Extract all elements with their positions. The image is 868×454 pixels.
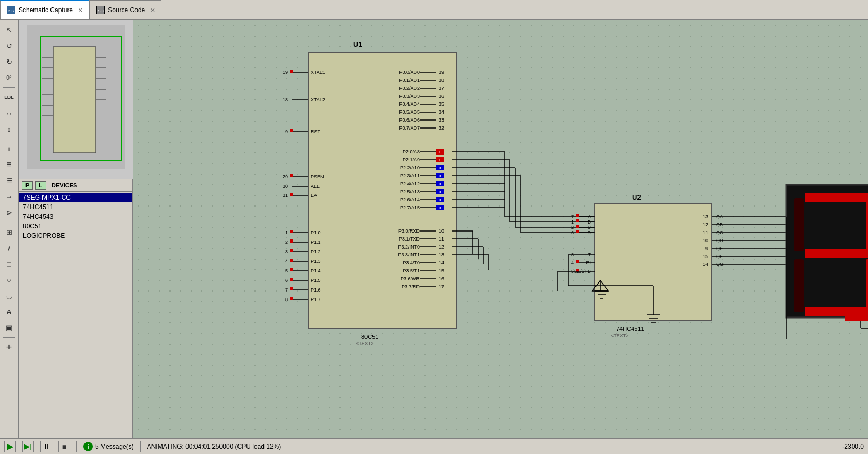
tab-source-close[interactable]: × xyxy=(150,6,155,14)
svg-rect-27 xyxy=(290,174,293,177)
svg-text:17: 17 xyxy=(439,284,444,289)
svg-text:27: 27 xyxy=(439,197,444,202)
svg-text:P2.4/A12: P2.4/A12 xyxy=(400,181,420,186)
step-button[interactable]: ▶| xyxy=(22,441,34,452)
svg-text:P2.6/A14: P2.6/A14 xyxy=(400,197,420,202)
svg-rect-182 xyxy=(595,203,712,320)
svg-rect-110 xyxy=(436,181,444,186)
svg-rect-118 xyxy=(436,197,444,202)
svg-text:QD: QD xyxy=(716,238,724,243)
rectangle-tool[interactable]: □ xyxy=(2,256,16,271)
mirror-h-tool[interactable]: ↔ xyxy=(2,106,16,121)
svg-text:37: 37 xyxy=(439,85,444,91)
svg-text:P2.2/A10: P2.2/A10 xyxy=(400,165,420,170)
svg-rect-186 xyxy=(576,214,579,217)
redo-tool[interactable]: ↺ xyxy=(2,54,16,69)
rotate-tool[interactable]: 0° xyxy=(2,70,16,85)
svg-text:12: 12 xyxy=(703,222,708,227)
svg-text:24: 24 xyxy=(439,173,444,178)
svg-text:EA: EA xyxy=(311,193,317,198)
svg-rect-243 xyxy=(805,307,868,316)
device-item-4[interactable]: LOGICPROBE xyxy=(19,231,132,241)
svg-text:P2.1/A9: P2.1/A9 xyxy=(403,157,420,162)
svg-text:0: 0 xyxy=(439,198,441,202)
tab-schematic[interactable]: SS Schematic Capture × xyxy=(0,0,89,19)
l-button[interactable]: L xyxy=(35,181,46,190)
tab-source[interactable]: SC Source Code × xyxy=(89,0,161,19)
svg-rect-98 xyxy=(436,157,444,162)
svg-rect-106 xyxy=(436,173,444,178)
svg-rect-238 xyxy=(786,185,868,318)
svg-text:13: 13 xyxy=(703,214,708,219)
circle-tool[interactable]: ○ xyxy=(2,272,16,287)
svg-text:35: 35 xyxy=(439,101,444,107)
svg-text:39: 39 xyxy=(439,70,444,75)
svg-text:P3.5/T1: P3.5/T1 xyxy=(403,268,420,273)
status-sep1 xyxy=(76,441,77,452)
svg-text:P1.0: P1.0 xyxy=(311,230,321,235)
schematic-area[interactable]: U1 80C51 <TEXT> 19 XTAL1 18 XTAL2 9 RST … xyxy=(133,20,868,438)
component-tool[interactable]: ⊞ xyxy=(2,225,16,239)
svg-text:P1.1: P1.1 xyxy=(311,239,321,245)
main-area: ↖ ↺ ↺ 0° LBL ↔ ↕ + ≡ ≡ → ⊳ ⊞ / □ ○ ◡ A ▣… xyxy=(0,20,868,438)
add-tool[interactable]: + xyxy=(2,340,16,355)
bus-tool[interactable]: ≡ xyxy=(2,173,16,188)
draw-line-tool[interactable]: / xyxy=(2,241,16,255)
svg-text:P2.7/A15: P2.7/A15 xyxy=(400,205,420,210)
status-sep2 xyxy=(140,441,141,452)
svg-text:31: 31 xyxy=(283,193,288,198)
svg-text:P2.3/A11: P2.3/A11 xyxy=(400,173,420,178)
label-tool[interactable]: LBL xyxy=(2,90,16,105)
symbols-tool[interactable]: ▣ xyxy=(2,320,16,335)
play-button[interactable]: ▶ xyxy=(4,441,16,452)
arc-tool[interactable]: ◡ xyxy=(2,288,16,303)
svg-text:P1.5: P1.5 xyxy=(311,278,321,283)
svg-text:P3.1/TXD: P3.1/TXD xyxy=(399,236,420,242)
svg-text:0: 0 xyxy=(439,166,441,170)
device-item-3[interactable]: 80C51 xyxy=(19,221,132,231)
svg-rect-198 xyxy=(576,230,579,233)
text-tool[interactable]: A xyxy=(2,304,16,319)
svg-text:P0.4/AD4: P0.4/AD4 xyxy=(399,101,420,107)
panel-area: P L DEVICES 7SEG-MPX1-CC 74HC4511 74HC45… xyxy=(19,20,133,438)
svg-rect-0 xyxy=(53,47,96,153)
svg-rect-244 xyxy=(794,198,804,251)
select-tool[interactable]: ↖ xyxy=(2,22,16,37)
svg-rect-94 xyxy=(436,149,444,155)
p-button[interactable]: P xyxy=(22,181,33,190)
stop-button[interactable]: ■ xyxy=(58,441,70,452)
svg-text:ALE: ALE xyxy=(311,184,320,189)
device-item-1[interactable]: 74HC4511 xyxy=(19,202,132,212)
svg-text:P0.0/AD0: P0.0/AD0 xyxy=(399,70,420,75)
svg-rect-34 xyxy=(290,193,293,196)
svg-text:P3.3/INT1: P3.3/INT1 xyxy=(398,252,420,258)
zoom-tool[interactable]: + xyxy=(2,141,16,156)
pause-button[interactable]: ⏸ xyxy=(40,441,52,452)
svg-text:10: 10 xyxy=(439,228,444,234)
svg-text:33: 33 xyxy=(439,117,444,123)
device-item-0[interactable]: 7SEG-MPX1-CC xyxy=(19,193,132,202)
svg-rect-58 xyxy=(290,278,293,281)
svg-text:PSEN: PSEN xyxy=(311,174,324,179)
mirror-v-tool[interactable]: ↕ xyxy=(2,122,16,136)
svg-text:QF: QF xyxy=(716,254,723,259)
tab-schematic-close[interactable]: × xyxy=(78,6,82,14)
devices-panel: P L DEVICES 7SEG-MPX1-CC 74HC4511 74HC45… xyxy=(19,179,132,438)
device-item-2[interactable]: 74HC4543 xyxy=(19,212,132,221)
messages-label: 5 Message(s) xyxy=(95,443,134,450)
svg-rect-240 xyxy=(866,198,868,251)
arrow-tool[interactable]: → xyxy=(2,189,16,204)
undo-tool[interactable]: ↺ xyxy=(2,38,16,53)
wires-tool[interactable]: ≡ xyxy=(2,157,16,172)
svg-rect-102 xyxy=(436,165,444,170)
svg-text:XTAL2: XTAL2 xyxy=(311,97,325,102)
probe-tool[interactable]: ⊳ xyxy=(2,205,16,220)
svg-text:QA: QA xyxy=(716,214,723,219)
messages-area: i 5 Message(s) xyxy=(83,442,134,451)
svg-text:2: 2 xyxy=(571,225,574,230)
toolbar: ↖ ↺ ↺ 0° LBL ↔ ↕ + ≡ ≡ → ⊳ ⊞ / □ ○ ◡ A ▣… xyxy=(0,20,19,438)
u1-subtext: 80C51 xyxy=(361,333,378,340)
svg-rect-122 xyxy=(436,205,444,210)
svg-text:C: C xyxy=(588,225,591,230)
svg-text:0: 0 xyxy=(439,174,441,178)
